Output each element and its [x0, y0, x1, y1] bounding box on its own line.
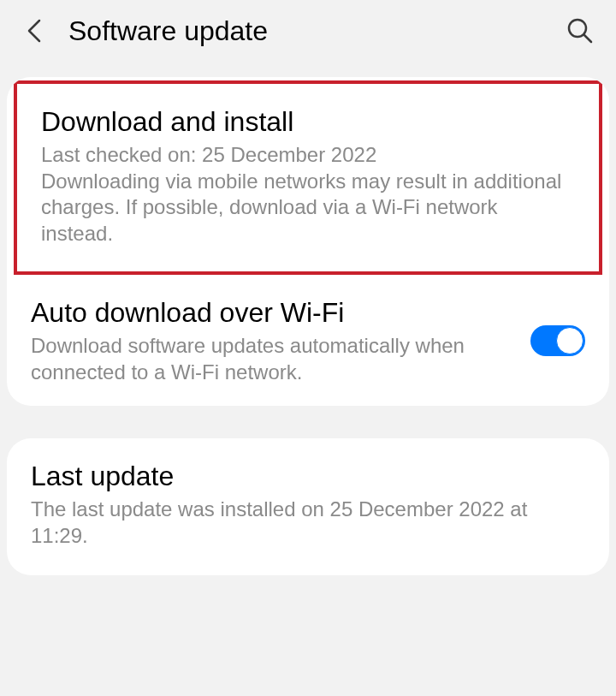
- last-update-item[interactable]: Last update The last update was installe…: [7, 438, 609, 574]
- back-button[interactable]: [21, 17, 48, 45]
- svg-point-0: [569, 20, 586, 37]
- toggle-knob: [556, 327, 583, 354]
- last-update-title: Last update: [31, 459, 585, 493]
- auto-download-item[interactable]: Auto download over Wi-Fi Download softwa…: [7, 275, 609, 406]
- page-title: Software update: [68, 15, 565, 47]
- search-button[interactable]: [565, 15, 595, 46]
- settings-group-1: Download and install Last checked on: 25…: [7, 77, 609, 406]
- app-bar: Software update: [0, 0, 616, 62]
- auto-download-text: Auto download over Wi-Fi Download softwa…: [31, 295, 517, 385]
- auto-download-desc: Download software updates automatically …: [31, 333, 517, 385]
- last-update-desc: The last update was installed on 25 Dece…: [31, 497, 585, 549]
- download-install-item[interactable]: Download and install Last checked on: 25…: [14, 80, 602, 275]
- svg-line-1: [584, 35, 591, 42]
- auto-download-toggle[interactable]: [530, 325, 585, 356]
- download-install-desc: Last checked on: 25 December 2022 Downlo…: [41, 142, 575, 247]
- auto-download-title: Auto download over Wi-Fi: [31, 295, 517, 330]
- download-install-title: Download and install: [41, 104, 575, 139]
- settings-group-2: Last update The last update was installe…: [7, 438, 609, 574]
- search-icon: [566, 17, 594, 45]
- chevron-left-icon: [26, 17, 43, 45]
